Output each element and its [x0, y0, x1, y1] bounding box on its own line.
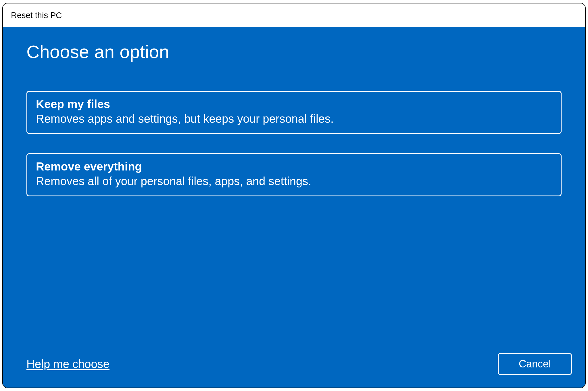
- option-remove-everything[interactable]: Remove everything Removes all of your pe…: [26, 153, 562, 196]
- reset-pc-dialog: Reset this PC Choose an option Keep my f…: [2, 3, 586, 388]
- dialog-footer: Help me choose Cancel: [26, 353, 572, 375]
- help-me-choose-link[interactable]: Help me choose: [26, 358, 109, 371]
- page-heading: Choose an option: [26, 41, 562, 62]
- option-title: Remove everything: [36, 160, 552, 173]
- option-description: Removes apps and settings, but keeps you…: [36, 111, 552, 126]
- titlebar: Reset this PC: [3, 3, 585, 27]
- option-title: Keep my files: [36, 98, 552, 111]
- dialog-body: Choose an option Keep my files Removes a…: [3, 27, 585, 388]
- options-list: Keep my files Removes apps and settings,…: [26, 91, 562, 196]
- option-description: Removes all of your personal files, apps…: [36, 174, 552, 189]
- window-title: Reset this PC: [11, 11, 62, 20]
- option-keep-my-files[interactable]: Keep my files Removes apps and settings,…: [26, 91, 562, 134]
- cancel-button[interactable]: Cancel: [498, 353, 572, 375]
